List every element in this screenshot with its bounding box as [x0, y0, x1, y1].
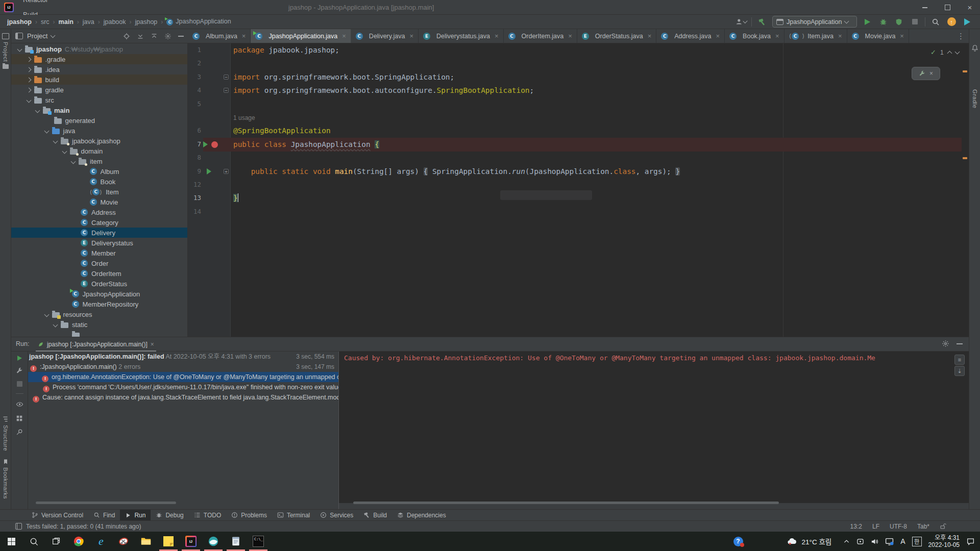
run-results-tree[interactable]: jpashop [:JpashopApplication.main()]: fa…: [28, 352, 338, 503]
code-line[interactable]: 1 usage: [188, 111, 969, 124]
tree-item-gradle[interactable]: gradle: [11, 85, 187, 95]
code-line[interactable]: 6@SpringBootApplication: [188, 124, 969, 138]
stop-button[interactable]: [909, 16, 920, 28]
close-icon[interactable]: ×: [568, 33, 572, 39]
run-class-icon[interactable]: [203, 141, 208, 147]
code-line[interactable]: 2: [188, 57, 969, 70]
taskbar-whale-browser[interactable]: [202, 532, 225, 551]
hide-panel-icon[interactable]: [957, 343, 963, 344]
tree-chevron-icon[interactable]: [26, 57, 31, 62]
close-icon[interactable]: ×: [929, 70, 933, 77]
hide-panel-icon[interactable]: [178, 36, 184, 37]
breadcrumb-item[interactable]: jpashop: [6, 18, 33, 26]
sidebar-item-structure[interactable]: Structure: [0, 416, 11, 451]
taskbar-cmd[interactable]: C:\_: [247, 532, 270, 551]
run-configuration-select[interactable]: JpashopApplication: [772, 16, 857, 28]
tree-chevron-icon[interactable]: [26, 77, 31, 82]
tool-window-button-problems[interactable]: Problems: [226, 510, 272, 521]
tree-item-jpabook-jpashop[interactable]: jpabook.jpashop: [11, 136, 187, 146]
tab-delivery-java[interactable]: CDelivery.java×: [351, 29, 419, 43]
project-panel-header[interactable]: Project: [11, 29, 188, 43]
close-icon[interactable]: ×: [495, 33, 499, 39]
sidebar-item-gradle[interactable]: Gradle: [969, 89, 980, 109]
close-icon[interactable]: ×: [409, 33, 413, 39]
notification-center-icon[interactable]: [966, 537, 975, 546]
tree-item-memberrepository[interactable]: CMemberRepository: [11, 299, 187, 309]
sidebar-item-project[interactable]: Project: [0, 33, 11, 69]
gear-icon[interactable]: [942, 340, 949, 347]
code-line[interactable]: 3−import org.springframework.boot.Spring…: [188, 70, 969, 84]
tree-item-partial[interactable]: [11, 330, 187, 337]
tree-item-domain[interactable]: domain: [11, 146, 187, 156]
tree-item-static[interactable]: static: [11, 319, 187, 330]
ide-update-button[interactable]: ↑: [946, 16, 957, 28]
taskbar-task-view[interactable]: [45, 532, 67, 551]
taskbar-intellij[interactable]: IJ: [180, 532, 202, 551]
close-icon[interactable]: ×: [775, 33, 779, 39]
editor-floating-widget[interactable]: ×: [912, 67, 940, 80]
tab-book-java[interactable]: CBook.java×: [725, 29, 785, 43]
tree-chevron-icon[interactable]: [71, 159, 76, 164]
project-tree-panel[interactable]: jpashopC:₩study₩jpashop.gradle.ideabuild…: [11, 43, 188, 337]
breadcrumb-item[interactable]: src: [40, 18, 51, 26]
status-left[interactable]: Tests failed: 1, passed: 0 (41 minutes a…: [15, 521, 141, 532]
taskbar-snipping-tool[interactable]: [112, 532, 135, 551]
console-horizontal-scrollbar[interactable]: [353, 502, 779, 504]
run-console[interactable]: Caused by: org.hibernate.AnnotationExcep…: [339, 352, 969, 503]
tree-chevron-icon[interactable]: [26, 97, 31, 103]
error-stripe[interactable]: [962, 43, 969, 337]
stop-button[interactable]: [17, 381, 22, 387]
tree-chevron-icon[interactable]: [44, 312, 49, 317]
tree-item-main[interactable]: main: [11, 105, 187, 115]
tab-movie-java[interactable]: CMovie.java×: [847, 29, 909, 43]
tree-item-movie[interactable]: CMovie: [11, 197, 187, 207]
tab-deliverystatus-java[interactable]: EDeliverystatus.java×: [419, 29, 504, 43]
tab-jpashopapplication-java[interactable]: CJpashopApplication.java×: [251, 29, 351, 43]
tree-chevron-icon[interactable]: [17, 46, 22, 52]
tree-item-order[interactable]: COrder: [11, 258, 187, 268]
soft-wrap-button[interactable]: ≡: [954, 355, 965, 365]
tree-chevron-icon[interactable]: [44, 128, 49, 133]
menu-refactor[interactable]: Refactor: [18, 0, 54, 7]
profile-button[interactable]: [736, 16, 747, 28]
tree-horizontal-scrollbar[interactable]: [36, 502, 176, 504]
taskbar-sticky-notes[interactable]: [157, 532, 180, 551]
tree-item--gradle[interactable]: .gradle: [11, 54, 187, 64]
code-line[interactable]: 14: [188, 205, 969, 219]
tool-window-button-debug[interactable]: Debug: [151, 510, 188, 521]
tree-chevron-icon[interactable]: [53, 138, 58, 143]
search-everywhere-button[interactable]: [930, 16, 941, 28]
tray-expand-icon[interactable]: [843, 538, 850, 545]
taskbar-notepad[interactable]: [225, 532, 247, 551]
help-tray-icon[interactable]: ?: [733, 537, 743, 546]
taskbar-start[interactable]: [0, 532, 22, 551]
code-with-me-button[interactable]: [962, 16, 973, 28]
tab-album-java[interactable]: CAlbum.java×: [188, 29, 251, 43]
run-tab[interactable]: jpashop [:JpashopApplication.main()] ×: [36, 338, 156, 352]
run-tree-row[interactable]: !:JpashopApplication.main() 2 errors3 se…: [28, 362, 338, 372]
close-icon[interactable]: ×: [900, 33, 904, 39]
tree-item--idea[interactable]: .idea: [11, 64, 187, 74]
code-line[interactable]: 7public class JpashopApplication {: [188, 138, 969, 152]
tool-window-button-build[interactable]: Build: [358, 510, 392, 521]
run-button[interactable]: [862, 16, 873, 28]
run-with-coverage-button[interactable]: [893, 16, 904, 28]
run-tree-row[interactable]: jpashop [:JpashopApplication.main()]: fa…: [28, 352, 338, 362]
eye-icon[interactable]: [16, 400, 23, 408]
taskbar-taskbar-search[interactable]: [22, 532, 45, 551]
collapse-all-icon[interactable]: [151, 33, 158, 40]
tree-item-jpashop[interactable]: jpashopC:₩study₩jpashop: [11, 44, 187, 54]
tree-chevron-icon[interactable]: [26, 87, 31, 92]
tree-item-address[interactable]: CAddress: [11, 207, 187, 217]
tree-item-album[interactable]: CAlbum: [11, 166, 187, 177]
close-icon[interactable]: ×: [242, 33, 246, 39]
code-editor[interactable]: 1package jpabook.jpashop;23−import org.s…: [188, 43, 969, 337]
line-separator[interactable]: LF: [872, 523, 879, 530]
run-tree-row[interactable]: !Cause: cannot assign instance of java.l…: [28, 392, 338, 403]
tree-item-build[interactable]: build: [11, 74, 187, 85]
close-icon[interactable]: ×: [716, 33, 720, 39]
prev-problem-icon[interactable]: [947, 51, 952, 56]
code-line[interactable]: 4−import org.springframework.boot.autoco…: [188, 84, 969, 97]
run-tree-row[interactable]: !Process 'command 'C:/Users/User/.jdks/s…: [28, 382, 338, 392]
taskbar-chrome[interactable]: [67, 532, 90, 551]
